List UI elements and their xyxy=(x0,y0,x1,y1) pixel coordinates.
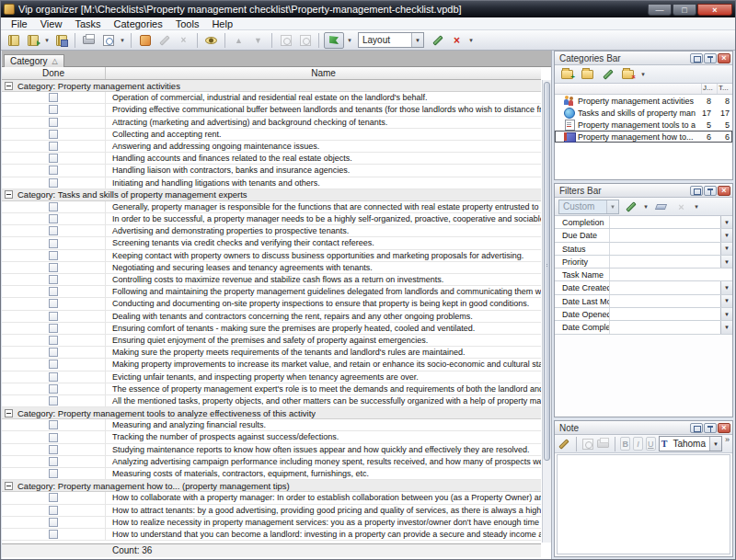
task-row[interactable]: Handling accounts and finances related t… xyxy=(2,153,541,165)
font-select[interactable]: T Tahoma ▼ xyxy=(659,436,722,451)
task-row[interactable]: Operation of commercial, industrial and … xyxy=(2,92,541,104)
delete-filter-button[interactable]: × xyxy=(673,198,690,215)
task-row[interactable]: Studying maintenance reports to know how… xyxy=(2,444,541,456)
filter-dropdown-icon[interactable]: ▼ xyxy=(720,321,732,333)
category-tree-item[interactable]: Property management tools to analyze eff… xyxy=(555,119,732,131)
task-row[interactable]: Evicting unfair tenants, and inspecting … xyxy=(2,371,541,383)
task-checkbox[interactable] xyxy=(49,166,58,175)
task-checkbox[interactable] xyxy=(49,469,58,478)
view-options-button[interactable] xyxy=(202,31,220,49)
menu-item-help[interactable]: Help xyxy=(205,17,239,30)
task-checkbox[interactable] xyxy=(49,433,58,442)
group-header-row[interactable]: Category: Property management how to... … xyxy=(2,480,541,492)
filter-dropdown-icon[interactable]: ▼ xyxy=(720,216,732,228)
filter-value-field[interactable] xyxy=(610,308,720,320)
task-checkbox[interactable] xyxy=(49,202,58,211)
task-row[interactable]: Controlling costs to maximize revenue an… xyxy=(2,274,541,286)
task-row[interactable]: Initiating and handling litigations with… xyxy=(2,177,541,189)
task-checkbox[interactable] xyxy=(49,445,58,454)
group-header-row[interactable]: Category: Property management tools to a… xyxy=(2,407,541,419)
move-down-button[interactable]: ▼ xyxy=(249,31,267,49)
task-checkbox[interactable] xyxy=(49,384,58,394)
collapse-group-icon[interactable] xyxy=(5,190,13,199)
filter-preset-dropdown-icon[interactable]: ▼ xyxy=(606,200,618,213)
task-row[interactable]: All the mentioned tasks, property object… xyxy=(2,395,541,407)
filter-value-field[interactable] xyxy=(610,281,720,293)
font-select-dropdown-icon[interactable]: ▼ xyxy=(709,437,721,451)
task-checkbox[interactable] xyxy=(49,275,58,284)
task-checkbox[interactable] xyxy=(49,130,58,139)
task-checkbox[interactable] xyxy=(49,493,58,502)
edit-category-button[interactable] xyxy=(599,65,616,83)
new-notebook-button[interactable] xyxy=(5,31,22,49)
print-button[interactable] xyxy=(80,31,98,49)
categories-float-button[interactable] xyxy=(690,53,703,63)
underline-button[interactable]: U xyxy=(646,437,656,451)
tree-column-t[interactable]: T... xyxy=(717,84,732,94)
task-checkbox[interactable] xyxy=(49,178,58,188)
group-by-category-button[interactable]: Category △ xyxy=(4,54,64,68)
print-note-button[interactable] xyxy=(597,435,609,452)
layout-select-dropdown-icon[interactable]: ▼ xyxy=(411,33,423,47)
new-note-button[interactable] xyxy=(582,435,594,452)
task-checkbox[interactable] xyxy=(49,154,58,163)
menu-item-tools[interactable]: Tools xyxy=(169,17,206,30)
filter-dropdown-icon[interactable]: ▼ xyxy=(720,281,732,293)
collapse-group-icon[interactable] xyxy=(5,409,13,417)
filter-dropdown-icon[interactable]: ▼ xyxy=(720,243,732,255)
move-up-button[interactable]: ▲ xyxy=(230,31,247,49)
note-content[interactable] xyxy=(557,454,730,554)
task-row[interactable]: Tracking the number of prospects against… xyxy=(2,431,541,443)
task-checkbox[interactable] xyxy=(49,299,58,308)
categories-more-icon[interactable]: ▾ xyxy=(639,71,647,78)
layout-mode-button[interactable] xyxy=(324,32,344,49)
maximize-button[interactable]: □ xyxy=(673,4,696,16)
task-checkbox[interactable] xyxy=(49,506,58,515)
task-checkbox[interactable] xyxy=(49,372,58,382)
note-close-button[interactable]: × xyxy=(718,423,730,433)
bold-button[interactable]: B xyxy=(620,437,630,451)
new-task-button[interactable] xyxy=(136,31,154,49)
task-row[interactable]: Generally, property manager is responsib… xyxy=(2,201,541,213)
task-row[interactable]: Advertising and demonstrating properties… xyxy=(2,225,541,237)
task-row[interactable]: Attracting (marketing and advertising) a… xyxy=(2,117,541,129)
filter-value-field[interactable] xyxy=(610,243,720,255)
edit-note-button[interactable] xyxy=(558,435,570,452)
filters-more-icon[interactable]: ▾ xyxy=(693,203,700,211)
group-header-row[interactable]: Category: Property management activities xyxy=(2,80,541,92)
collapse-group-icon[interactable] xyxy=(5,82,13,90)
task-checkbox[interactable] xyxy=(49,420,58,429)
filters-pin-button[interactable] xyxy=(704,186,717,196)
open-dropdown-icon[interactable]: ▾ xyxy=(43,37,51,44)
task-row[interactable]: How to understand that you can become a … xyxy=(2,529,541,541)
clear-filter-button[interactable] xyxy=(652,198,670,215)
task-row[interactable]: Answering and addressing ongoing mainten… xyxy=(2,141,541,153)
task-row[interactable]: How to collaborate with a property manag… xyxy=(2,492,541,504)
layout-more-icon[interactable]: ▾ xyxy=(467,37,475,44)
layout-select[interactable]: Layout ▼ xyxy=(358,32,424,48)
italic-button[interactable]: I xyxy=(633,437,643,451)
task-checkbox[interactable] xyxy=(49,360,58,369)
delete-layout-button[interactable]: × xyxy=(448,31,466,49)
task-row[interactable]: Measuring and analyzing financial result… xyxy=(2,419,541,431)
task-row[interactable]: Providing effective communicational buff… xyxy=(2,104,541,116)
task-checkbox[interactable] xyxy=(49,239,58,248)
apply-filter-button[interactable] xyxy=(622,198,639,215)
task-row[interactable]: Conducting and documenting on-site prope… xyxy=(2,298,541,310)
category-tree-item[interactable]: Property management how to... (property … xyxy=(555,131,732,143)
category-tree-item[interactable]: Property management activities88 xyxy=(555,95,732,107)
filter-preset-select[interactable]: Custom ▼ xyxy=(558,200,619,214)
task-row[interactable]: Ensuring comfort of tenants - making sur… xyxy=(2,323,541,335)
filter-dropdown-icon[interactable]: ▼ xyxy=(720,295,732,307)
note-pin-button[interactable] xyxy=(704,423,717,433)
save-layout-button[interactable] xyxy=(429,31,446,49)
close-button[interactable]: × xyxy=(697,4,732,16)
open-notebook-button[interactable] xyxy=(24,31,41,49)
column-header-name[interactable]: Name xyxy=(106,67,541,79)
filter-dropdown-icon[interactable]: ▼ xyxy=(720,308,732,320)
task-row[interactable]: Keeping contact with property owners to … xyxy=(2,250,541,262)
collapse-all-button[interactable] xyxy=(296,31,314,49)
task-row[interactable]: The essence of property management exper… xyxy=(2,383,541,395)
save-notebook-button[interactable] xyxy=(52,31,70,49)
task-checkbox[interactable] xyxy=(49,93,58,102)
